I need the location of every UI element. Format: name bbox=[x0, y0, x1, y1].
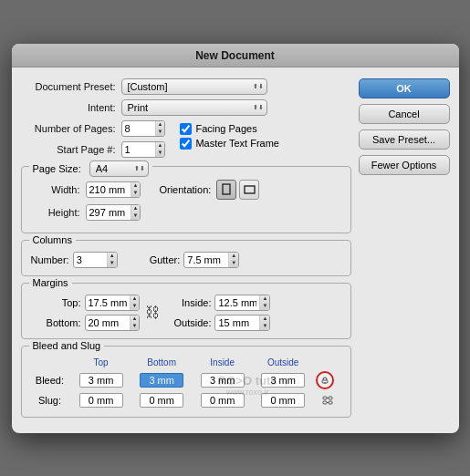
page-size-select[interactable]: A4 bbox=[89, 160, 149, 177]
num-pages-up[interactable]: ▲ bbox=[158, 121, 163, 128]
top-up[interactable]: ▲ bbox=[132, 295, 138, 302]
height-label: Height: bbox=[31, 207, 86, 218]
svg-rect-0 bbox=[223, 184, 230, 194]
document-preset-row: Document Preset: [Custom] bbox=[21, 78, 351, 95]
bleed-inside-input[interactable] bbox=[201, 373, 245, 388]
margins-outside-input[interactable] bbox=[215, 316, 259, 329]
margins-inside-wrapper[interactable]: ▲ ▼ bbox=[214, 295, 270, 311]
bleed-chain-icon[interactable] bbox=[316, 371, 334, 389]
inside-up[interactable]: ▲ bbox=[262, 295, 267, 302]
slug-inside-cell[interactable] bbox=[192, 391, 253, 409]
width-input[interactable] bbox=[87, 183, 131, 196]
master-text-frame-label: Master Text Frame bbox=[195, 138, 279, 149]
cols-num-up[interactable]: ▲ bbox=[110, 253, 115, 259]
num-pages-down[interactable]: ▼ bbox=[158, 129, 163, 135]
slug-outside-cell[interactable] bbox=[253, 391, 314, 409]
cancel-button[interactable]: Cancel bbox=[359, 104, 450, 124]
pages-group: Number of Pages: ▲ ▼ Start Page #: bbox=[21, 120, 166, 162]
new-document-dialog: New Document Document Preset: [Custom] I… bbox=[12, 44, 459, 433]
width-input-wrapper[interactable]: ▲ ▼ bbox=[86, 181, 141, 198]
width-down[interactable]: ▼ bbox=[133, 190, 139, 196]
col-bottom-header: Bottom bbox=[131, 357, 193, 369]
margins-bottom-input[interactable] bbox=[86, 316, 130, 329]
columns-number-wrapper[interactable]: ▲ ▼ bbox=[73, 252, 118, 268]
width-row: Width: ▲ ▼ Orientation: bbox=[31, 180, 341, 200]
outside-down[interactable]: ▼ bbox=[262, 323, 267, 329]
orientation-label: Orientation: bbox=[159, 184, 211, 195]
start-page-up[interactable]: ▲ bbox=[158, 142, 163, 149]
slug-outside-input[interactable] bbox=[261, 393, 305, 408]
slug-inside-input[interactable] bbox=[201, 393, 245, 408]
height-down[interactable]: ▼ bbox=[133, 212, 139, 219]
bleed-outside-input[interactable] bbox=[261, 373, 305, 388]
margins-chain-icon[interactable]: ⛓ bbox=[145, 305, 160, 321]
bleed-inside-cell[interactable] bbox=[192, 369, 253, 391]
columns-gutter-wrapper[interactable]: ▲ ▼ bbox=[183, 252, 239, 268]
inside-down[interactable]: ▼ bbox=[262, 303, 267, 309]
slug-top-cell[interactable] bbox=[70, 391, 131, 409]
intent-label: Intent: bbox=[21, 102, 121, 113]
start-page-input-wrapper[interactable]: ▲ ▼ bbox=[121, 141, 166, 158]
columns-gutter-input[interactable] bbox=[184, 254, 228, 266]
page-size-select-wrapper-inline: A4 bbox=[89, 163, 149, 174]
svg-rect-4 bbox=[323, 397, 327, 399]
orientation-portrait-btn[interactable] bbox=[216, 180, 236, 200]
facing-pages-checkbox[interactable] bbox=[180, 123, 192, 135]
outside-up[interactable]: ▲ bbox=[262, 316, 267, 322]
margins-outside-wrapper[interactable]: ▲ ▼ bbox=[214, 315, 270, 331]
margins-top-wrapper[interactable]: ▲ ▼ bbox=[85, 295, 141, 311]
bleed-chain-cell[interactable] bbox=[313, 369, 342, 391]
columns-section-label: Columns bbox=[29, 234, 76, 245]
save-preset-button[interactable]: Save Preset... bbox=[359, 129, 450, 150]
columns-section: Columns Number: ▲ ▼ Gutter: bbox=[21, 240, 351, 276]
slug-bottom-cell[interactable] bbox=[131, 391, 193, 409]
num-pages-input-wrapper[interactable]: ▲ ▼ bbox=[121, 120, 166, 137]
columns-number-label: Number: bbox=[31, 254, 69, 265]
gutter-up[interactable]: ▲ bbox=[231, 253, 236, 259]
document-preset-select[interactable]: [Custom] bbox=[121, 78, 267, 95]
bottom-up[interactable]: ▲ bbox=[132, 316, 138, 322]
fewer-options-button[interactable]: Fewer Options bbox=[359, 155, 450, 175]
bleed-outside-cell[interactable] bbox=[253, 369, 314, 391]
bleed-top-cell[interactable] bbox=[70, 369, 131, 391]
intent-select-wrapper[interactable]: Print bbox=[121, 99, 267, 116]
margins-right-col: Inside: ▲ ▼ Outside: bbox=[165, 295, 270, 331]
start-page-label: Start Page #: bbox=[21, 144, 121, 155]
bottom-down[interactable]: ▼ bbox=[132, 323, 138, 329]
document-preset-select-wrapper[interactable]: [Custom] bbox=[121, 78, 267, 95]
slug-top-input[interactable] bbox=[79, 393, 123, 408]
bleed-top-input[interactable] bbox=[79, 373, 123, 388]
page-size-section-label: Page Size: A4 bbox=[29, 160, 152, 177]
start-page-down[interactable]: ▼ bbox=[158, 150, 163, 156]
margins-top-input[interactable] bbox=[86, 296, 130, 309]
margins-bottom-wrapper[interactable]: ▲ ▼ bbox=[85, 315, 141, 331]
svg-rect-5 bbox=[329, 397, 332, 399]
orientation-landscape-btn[interactable] bbox=[239, 180, 259, 200]
slug-chain-icon[interactable] bbox=[316, 394, 339, 407]
top-down[interactable]: ▼ bbox=[132, 303, 138, 309]
height-input[interactable] bbox=[87, 206, 131, 219]
cols-num-down[interactable]: ▼ bbox=[110, 260, 115, 266]
height-input-wrapper[interactable]: ▲ ▼ bbox=[86, 204, 141, 221]
bleed-slug-section: Bleed and Slug Top Bottom Inside Outside bbox=[21, 346, 351, 418]
orientation-buttons bbox=[216, 180, 259, 200]
facing-pages-row: Facing Pages bbox=[180, 123, 279, 135]
columns-number-input[interactable] bbox=[74, 254, 107, 266]
slug-chain-cell[interactable] bbox=[313, 391, 342, 409]
height-up[interactable]: ▲ bbox=[133, 205, 139, 212]
svg-rect-1 bbox=[245, 186, 255, 193]
bleed-bottom-input[interactable] bbox=[140, 373, 183, 388]
intent-select[interactable]: Print bbox=[121, 99, 267, 116]
num-pages-input[interactable] bbox=[122, 122, 155, 135]
width-up[interactable]: ▲ bbox=[133, 182, 139, 189]
bleed-bottom-cell[interactable] bbox=[131, 369, 193, 391]
margins-outside-row: Outside: ▲ ▼ bbox=[165, 315, 270, 331]
master-text-frame-row: Master Text Frame bbox=[180, 138, 279, 150]
gutter-down[interactable]: ▼ bbox=[231, 260, 236, 266]
master-text-frame-checkbox[interactable] bbox=[180, 138, 192, 150]
margins-outside-label: Outside: bbox=[165, 317, 211, 328]
ok-button[interactable]: OK bbox=[359, 78, 450, 98]
start-page-input[interactable] bbox=[122, 143, 155, 156]
margins-inside-input[interactable] bbox=[215, 296, 259, 309]
slug-bottom-input[interactable] bbox=[140, 393, 183, 408]
